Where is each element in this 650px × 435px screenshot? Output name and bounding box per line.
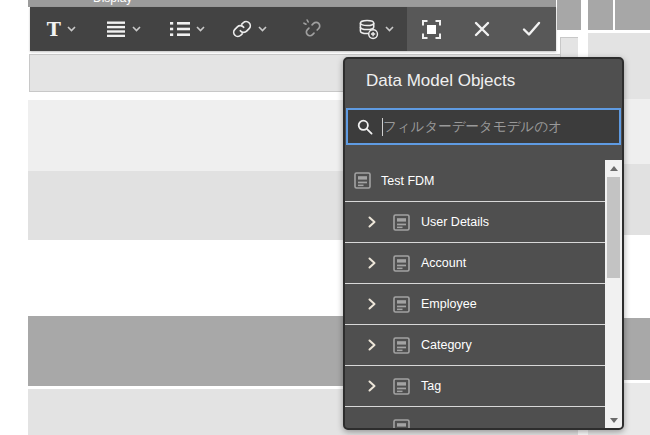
cancel-button[interactable] — [457, 7, 507, 51]
chevron-down-icon — [67, 26, 76, 32]
chevron-right-icon[interactable] — [368, 380, 377, 392]
chevron-down-icon — [196, 26, 205, 32]
hyperlink-button[interactable] — [218, 7, 281, 51]
chevron-right-icon[interactable] — [368, 298, 377, 310]
chevron-down-icon — [385, 26, 394, 32]
scrollbar-thumb[interactable] — [607, 177, 620, 278]
unlink-button[interactable] — [281, 7, 344, 51]
list-item-label: User Details — [421, 215, 489, 229]
bg-block — [557, 0, 581, 30]
chevron-right-icon[interactable] — [368, 216, 377, 228]
chevron-right-icon[interactable] — [368, 339, 377, 351]
scrollbar-down-button[interactable] — [605, 412, 622, 428]
rich-text-toolbar: T — [30, 7, 556, 51]
list-item-label: Category — [421, 338, 472, 352]
bg-divider — [613, 0, 615, 30]
paragraph-align-button[interactable] — [93, 7, 156, 51]
close-x-icon — [474, 21, 490, 37]
data-model-button[interactable] — [344, 7, 407, 51]
list-item-label: Tag — [421, 379, 441, 393]
list-item[interactable]: Test FDM — [345, 160, 605, 201]
data-model-objects-panel: Data Model Objects Test FDM — [343, 57, 624, 430]
fullscreen-button[interactable] — [407, 7, 457, 51]
filter-search-input[interactable] — [383, 119, 611, 134]
list-item[interactable]: Category — [345, 324, 605, 365]
data-model-object-icon — [393, 419, 410, 429]
chevron-down-icon — [258, 26, 267, 32]
list-item[interactable]: User Details — [345, 201, 605, 242]
checkmark-icon — [522, 21, 541, 37]
list-item[interactable]: Account — [345, 242, 605, 283]
align-lines-icon — [107, 21, 126, 37]
bullet-list-button[interactable] — [156, 7, 219, 51]
data-model-object-icon — [354, 172, 371, 189]
list-item-label: Account — [421, 256, 466, 270]
bullet-list-icon — [170, 21, 190, 37]
clipped-header-bar: Display — [28, 0, 556, 7]
list-item-label: Test FDM — [381, 174, 434, 188]
link-icon — [232, 19, 252, 39]
list-item[interactable] — [345, 406, 605, 428]
text-format-button[interactable]: T — [30, 7, 93, 51]
triangle-down-icon — [610, 418, 618, 423]
expand-square-icon — [421, 19, 442, 40]
database-add-icon — [358, 19, 379, 40]
confirm-button[interactable] — [506, 7, 556, 51]
data-model-object-icon — [393, 296, 410, 313]
data-model-object-list: Test FDM User Details Account — [345, 160, 605, 428]
list-item[interactable]: Employee — [345, 283, 605, 324]
toolbar-action-group — [407, 7, 556, 51]
triangle-up-icon — [610, 166, 618, 171]
data-model-object-icon — [393, 255, 410, 272]
broken-link-icon — [303, 19, 323, 39]
scrollbar-up-button[interactable] — [605, 160, 622, 176]
list-item-label: Employee — [421, 297, 477, 311]
search-icon — [357, 119, 373, 135]
chevron-down-icon — [132, 26, 141, 32]
list-item[interactable]: Tag — [345, 365, 605, 406]
bg-block — [588, 0, 650, 30]
data-model-object-icon — [393, 337, 410, 354]
letter-T-icon: T — [47, 20, 61, 39]
data-model-object-icon — [393, 378, 410, 395]
page: Display T — [0, 0, 650, 435]
chevron-right-icon[interactable] — [368, 257, 377, 269]
filter-search-box[interactable] — [346, 108, 621, 145]
clipped-header-text: Display — [93, 0, 132, 5]
data-model-object-icon — [393, 214, 410, 231]
toolbar-format-group: T — [30, 7, 407, 51]
scrollbar[interactable] — [605, 160, 622, 428]
panel-title: Data Model Objects — [366, 71, 515, 91]
